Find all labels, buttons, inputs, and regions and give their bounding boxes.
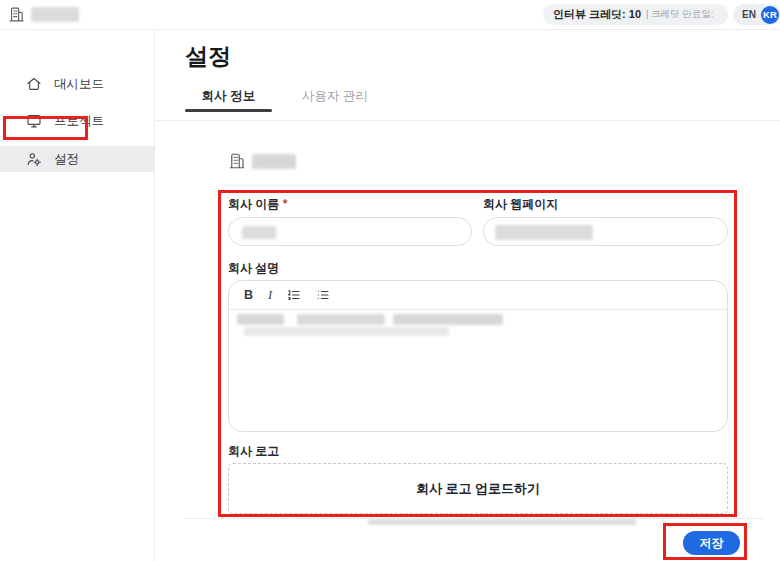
company-name-label: 회사 이름 * xyxy=(228,196,287,213)
sidebar: 대시보드 프로젝트 설정 ‹ xyxy=(0,30,155,561)
sidebar-item-label: 대시보드 xyxy=(54,76,104,93)
company-webpage-value-redacted xyxy=(495,225,593,240)
sidebar-item-projects[interactable]: 프로젝트 xyxy=(0,108,155,134)
description-text-redacted xyxy=(393,314,503,325)
active-tab-underline xyxy=(185,109,272,112)
description-text-redacted xyxy=(244,327,449,336)
save-button[interactable]: 저장 xyxy=(683,531,740,555)
sidebar-item-dashboard[interactable]: 대시보드 xyxy=(0,71,155,97)
language-kr-button[interactable]: KR xyxy=(761,6,779,24)
credits-badge: 인터뷰 크레딧: 10 | 크레딧 만료일: xyxy=(543,4,728,25)
company-name-value-redacted xyxy=(242,226,276,239)
logo-upload-dropzone[interactable]: 회사 로고 업로드하기 xyxy=(228,463,728,514)
upload-helper-text-redacted xyxy=(368,519,636,525)
sidebar-item-label: 프로젝트 xyxy=(54,113,104,130)
company-description-editor[interactable]: B I xyxy=(228,280,728,432)
logo-upload-label: 회사 로고 업로드하기 xyxy=(416,480,540,498)
required-asterisk: * xyxy=(283,197,288,211)
bullet-list-icon[interactable] xyxy=(316,288,330,302)
tab-company-info[interactable]: 회사 정보 xyxy=(185,88,272,105)
tab-user-management[interactable]: 사용자 관리 xyxy=(300,88,370,105)
building-icon xyxy=(8,6,25,23)
language-toggle: EN KR xyxy=(733,4,780,25)
editor-toolbar: B I xyxy=(229,281,727,310)
tabs-divider xyxy=(156,120,780,121)
bold-icon[interactable]: B xyxy=(244,289,253,302)
building-icon xyxy=(228,152,246,170)
page-title: 설정 xyxy=(185,41,232,72)
ordered-list-icon[interactable] xyxy=(287,288,301,302)
italic-icon[interactable]: I xyxy=(268,289,272,302)
description-text-redacted xyxy=(237,314,284,325)
credits-count: 인터뷰 크레딧: 10 xyxy=(553,7,641,22)
settings-page: 인터뷰 크레딧: 10 | 크레딧 만료일: EN KR 대시보드 xyxy=(0,0,780,561)
company-webpage-input[interactable] xyxy=(483,217,728,246)
description-text-redacted xyxy=(297,314,385,325)
language-en-button[interactable]: EN xyxy=(742,9,756,20)
company-name-input[interactable] xyxy=(228,217,472,246)
company-description-label: 회사 설명 xyxy=(228,260,279,277)
company-webpage-label: 회사 웹페이지 xyxy=(483,196,558,213)
credits-expiry-label: | 크레딧 만료일: xyxy=(646,8,713,21)
company-name-redacted xyxy=(252,154,296,169)
top-header: 인터뷰 크레딧: 10 | 크레딧 만료일: EN KR xyxy=(0,0,780,30)
home-icon xyxy=(26,76,42,92)
sidebar-item-settings[interactable]: 설정 xyxy=(0,146,155,172)
logo-text-redacted xyxy=(31,7,79,22)
company-logo-label: 회사 로고 xyxy=(228,443,279,460)
company-identity xyxy=(228,152,296,170)
user-gear-icon xyxy=(26,151,42,167)
app-logo[interactable] xyxy=(8,5,79,23)
monitor-icon xyxy=(26,113,42,129)
sidebar-item-label: 설정 xyxy=(54,151,79,168)
